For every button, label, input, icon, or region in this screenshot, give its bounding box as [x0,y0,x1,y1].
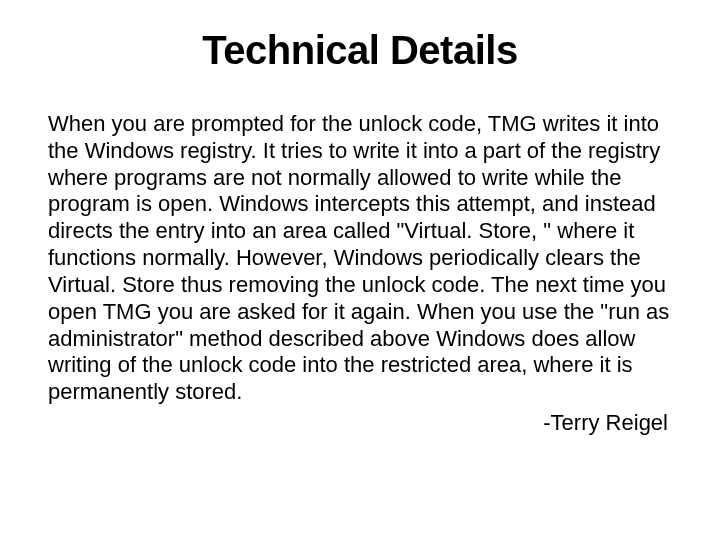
slide-title: Technical Details [48,28,672,73]
slide-body-text: When you are prompted for the unlock cod… [48,111,672,406]
slide-attribution: -Terry Reigel [48,410,672,436]
